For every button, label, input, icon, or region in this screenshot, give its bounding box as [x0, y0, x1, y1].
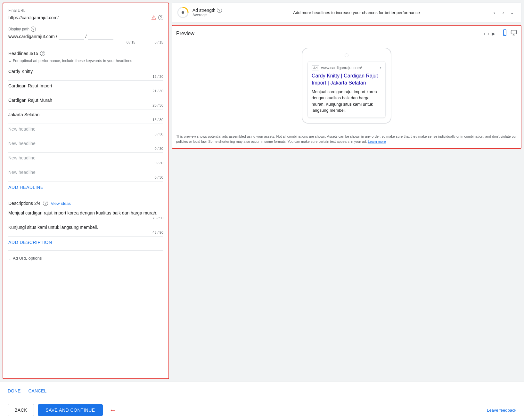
list-item: Menjual cardigan rajut import korea deng… — [8, 208, 163, 222]
headline-count: 20 / 30 — [8, 103, 163, 107]
keyword-hint[interactable]: ⌄ For optimal ad performance, include th… — [8, 59, 163, 63]
list-item: Jakarta Selatan 15 / 30 — [8, 110, 163, 124]
headline-count: 15 / 30 — [8, 118, 163, 122]
headline-text: Cardy Knitty — [8, 69, 163, 74]
preview-panel: Preview ‹ › ▶ — [172, 25, 521, 149]
cancel-button[interactable]: CANCEL — [28, 386, 46, 396]
path1-count: 0 / 15 — [127, 40, 135, 44]
final-url-section: Final URL https://cardiganrajut.com/ ⚠ ? — [8, 8, 163, 21]
learn-more-link[interactable]: Learn more — [368, 140, 386, 143]
ad-label: Ad www.cardiganrajut.com/ — [312, 65, 362, 70]
preview-title: Preview — [176, 31, 194, 36]
strength-subtitle: Average — [192, 13, 289, 17]
action-bar: DONE CANCEL — [0, 382, 524, 400]
path2-count: 0 / 15 — [154, 40, 163, 44]
headline-text: Cardigan Rajut Murah — [8, 98, 163, 103]
headline-text: Jakarta Selatan — [8, 112, 163, 117]
strength-nav: ‹ › ⌄ — [490, 9, 516, 16]
strength-message: Add more headlines to increase your chan… — [293, 10, 487, 15]
back-button[interactable]: BACK — [8, 404, 34, 416]
strength-title-text: Ad strength — [192, 8, 216, 13]
ad-headline: Cardy Knitty | Cardigan Rajut Import | J… — [312, 72, 381, 87]
headlines-title: Headlines 4/15 — [8, 51, 38, 56]
add-description-button[interactable]: ADD DESCRIPTION — [8, 240, 52, 245]
svg-point-3 — [504, 35, 505, 35]
strength-icon — [177, 7, 189, 18]
ad-strength-bar: Ad strength ? Average Add more headlines… — [172, 3, 521, 22]
list-item[interactable]: New headline 0 / 30 — [8, 125, 163, 138]
add-headline-button[interactable]: ADD HEADLINE — [8, 185, 43, 190]
preview-note: This preview shows potential ads assembl… — [176, 134, 517, 144]
headline-placeholder: New headline — [8, 141, 163, 146]
url-info-icon[interactable]: ? — [158, 15, 163, 20]
view-ideas-link[interactable]: View ideas — [51, 201, 71, 206]
headline-count: 0 / 30 — [8, 161, 163, 165]
preview-prev-button[interactable]: ‹ — [484, 31, 485, 36]
headline-count: 0 / 30 — [8, 132, 163, 136]
ad-url-display: www.cardiganrajut.com/ — [321, 66, 362, 70]
list-item: Cardy Knitty 12 / 30 — [8, 67, 163, 81]
descriptions-info-icon[interactable]: ? — [43, 201, 48, 206]
description-text: Kunjungi situs kami untuk langsung membe… — [8, 225, 163, 230]
headlines-info-icon[interactable]: ? — [40, 51, 45, 56]
next-button[interactable]: › — [499, 9, 507, 16]
list-item: Cardigan Rajut Import 21 / 30 — [8, 81, 163, 95]
display-path-1[interactable] — [59, 33, 84, 40]
chevron-down-icon: ⌄ — [8, 59, 12, 63]
phone-camera — [345, 53, 348, 57]
list-item[interactable]: New headline 0 / 30 — [8, 139, 163, 153]
display-path-2[interactable] — [88, 33, 113, 40]
description-text: Menjual cardigan rajut import korea deng… — [8, 210, 163, 215]
mobile-device-button[interactable] — [502, 29, 508, 37]
display-path-label: Display path — [8, 27, 29, 31]
final-url-label: Final URL — [8, 8, 163, 13]
svg-rect-4 — [511, 30, 517, 34]
headline-count: 21 / 30 — [8, 89, 163, 93]
list-item: Kunjungi situs kami untuk langsung membe… — [8, 223, 163, 237]
list-item[interactable]: New headline 0 / 30 — [8, 153, 163, 167]
device-buttons — [502, 29, 517, 37]
arrow-indicator: ← — [109, 406, 117, 415]
ad-badge: Ad — [312, 65, 319, 70]
desktop-device-button[interactable] — [511, 29, 517, 37]
headline-placeholder: New headline — [8, 155, 163, 160]
left-panel: Final URL https://cardiganrajut.com/ ⚠ ?… — [3, 3, 169, 379]
headlines-section: Headlines 4/15 ? ⌄ For optimal ad perfor… — [8, 51, 163, 190]
preview-next-button[interactable]: › — [487, 31, 489, 36]
strength-info: Ad strength ? Average — [192, 8, 289, 17]
ad-card: Ad www.cardiganrajut.com/ • Cardy Knitty… — [307, 61, 386, 118]
display-path-info-icon[interactable]: ? — [31, 27, 36, 32]
phone-mockup-container: Ad www.cardiganrajut.com/ • Cardy Knitty… — [176, 41, 517, 130]
description-count: 73 / 90 — [8, 216, 163, 220]
display-path-base: www.cardiganrajut.com / — [8, 34, 57, 39]
headline-count: 0 / 30 — [8, 147, 163, 150]
headline-text: Cardigan Rajut Import — [8, 83, 163, 88]
save-and-continue-button[interactable]: SAVE AND CONTINUE — [38, 404, 103, 416]
preview-nav: ‹ › ▶ — [484, 29, 517, 37]
footer: BACK SAVE AND CONTINUE ← Leave feedback — [0, 400, 524, 420]
ad-url-options-label: Ad URL options — [13, 256, 42, 261]
description-count: 43 / 90 — [8, 230, 163, 234]
descriptions-section: Descriptions 2/4 ? View ideas Menjual ca… — [8, 201, 163, 245]
chevron-down-icon[interactable]: ⌄ — [508, 9, 516, 16]
keyword-hint-text: For optimal ad performance, include thes… — [13, 59, 132, 63]
phone-mockup: Ad www.cardiganrajut.com/ • Cardy Knitty… — [302, 48, 391, 124]
headline-count: 12 / 30 — [8, 75, 163, 78]
headline-count: 0 / 30 — [8, 175, 163, 179]
display-path-section: Display path ? www.cardiganrajut.com / /… — [8, 27, 163, 44]
preview-play-button[interactable]: ▶ — [492, 31, 495, 36]
done-button[interactable]: DONE — [8, 386, 20, 396]
strength-info-icon[interactable]: ? — [217, 8, 222, 13]
prev-button[interactable]: ‹ — [490, 9, 498, 16]
ad-menu-icon[interactable]: • — [380, 65, 381, 70]
headline-placeholder: New headline — [8, 126, 163, 132]
descriptions-title: Descriptions 2/4 — [8, 201, 40, 206]
ad-url-options[interactable]: ⌄ Ad URL options — [8, 256, 163, 261]
ad-description: Menjual cardigan rajut import korea deng… — [312, 89, 381, 114]
warning-icon: ⚠ — [151, 14, 156, 21]
headline-placeholder: New headline — [8, 170, 163, 175]
list-item[interactable]: New headline 0 / 30 — [8, 168, 163, 182]
leave-feedback-link[interactable]: Leave feedback — [487, 408, 516, 413]
final-url-value: https://cardiganrajut.com/ — [8, 15, 59, 20]
list-item: Cardigan Rajut Murah 20 / 30 — [8, 96, 163, 109]
